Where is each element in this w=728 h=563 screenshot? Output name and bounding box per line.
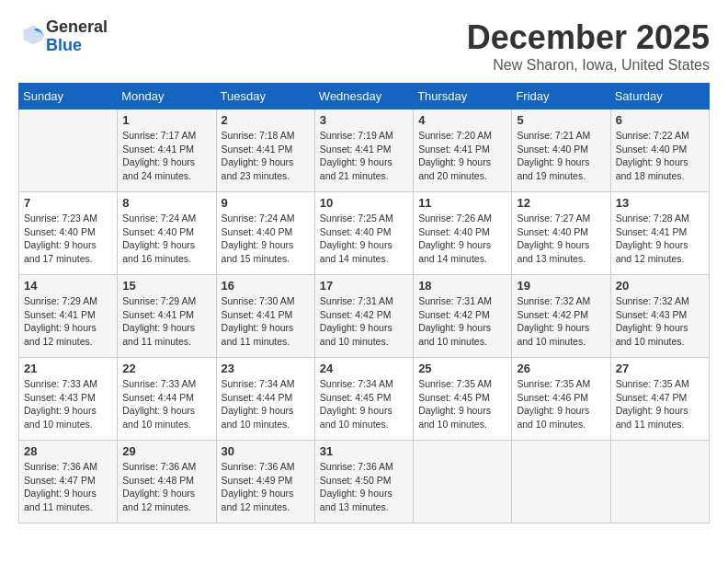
calendar-cell: 17Sunrise: 7:31 AMSunset: 4:42 PMDayligh…	[314, 275, 413, 358]
calendar-cell: 25Sunrise: 7:35 AMSunset: 4:45 PMDayligh…	[414, 358, 512, 441]
day-info: Sunrise: 7:29 AMSunset: 4:41 PMDaylight:…	[24, 294, 112, 349]
day-info: Sunrise: 7:36 AMSunset: 4:48 PMDaylight:…	[122, 460, 210, 514]
day-info: Sunrise: 7:33 AMSunset: 4:43 PMDaylight:…	[24, 377, 112, 431]
day-number: 23	[222, 362, 310, 375]
day-number: 1	[122, 113, 210, 127]
calendar-body: 1Sunrise: 7:17 AMSunset: 4:41 PMDaylight…	[19, 109, 710, 523]
calendar-cell: 3Sunrise: 7:19 AMSunset: 4:41 PMDaylight…	[314, 109, 413, 192]
weekday-header: Wednesday	[314, 84, 413, 109]
day-number: 29	[122, 444, 210, 458]
svg-marker-0	[24, 25, 43, 44]
day-number: 13	[616, 196, 704, 210]
calendar-cell: 24Sunrise: 7:34 AMSunset: 4:45 PMDayligh…	[314, 358, 413, 441]
calendar-cell: 29Sunrise: 7:36 AMSunset: 4:48 PMDayligh…	[118, 441, 216, 523]
day-info: Sunrise: 7:33 AMSunset: 4:44 PMDaylight:…	[122, 377, 210, 431]
location: New Sharon, Iowa, United States	[467, 57, 710, 74]
day-info: Sunrise: 7:32 AMSunset: 4:43 PMDaylight:…	[616, 294, 704, 349]
day-number: 4	[418, 113, 506, 127]
day-number: 9	[222, 196, 310, 210]
calendar-cell	[610, 441, 709, 523]
day-number: 27	[616, 362, 704, 375]
calendar-cell	[512, 441, 610, 523]
logo-icon	[20, 22, 46, 48]
day-number: 15	[122, 279, 210, 293]
day-info: Sunrise: 7:31 AMSunset: 4:42 PMDaylight:…	[418, 294, 506, 349]
weekday-header: Monday	[118, 84, 216, 109]
calendar-cell: 7Sunrise: 7:23 AMSunset: 4:40 PMDaylight…	[19, 192, 118, 275]
calendar-cell: 9Sunrise: 7:24 AMSunset: 4:40 PMDaylight…	[216, 192, 314, 275]
weekday-header: Thursday	[414, 84, 512, 109]
calendar-cell: 30Sunrise: 7:36 AMSunset: 4:49 PMDayligh…	[216, 441, 314, 523]
calendar-week-row: 21Sunrise: 7:33 AMSunset: 4:43 PMDayligh…	[19, 358, 710, 441]
calendar-cell: 16Sunrise: 7:30 AMSunset: 4:41 PMDayligh…	[216, 275, 314, 358]
day-info: Sunrise: 7:22 AMSunset: 4:40 PMDaylight:…	[616, 129, 704, 183]
day-info: Sunrise: 7:17 AMSunset: 4:41 PMDaylight:…	[122, 129, 210, 183]
weekday-header: Friday	[512, 84, 610, 109]
calendar-cell: 4Sunrise: 7:20 AMSunset: 4:41 PMDaylight…	[414, 109, 512, 192]
calendar-cell: 18Sunrise: 7:31 AMSunset: 4:42 PMDayligh…	[414, 275, 512, 358]
day-number: 8	[122, 196, 210, 210]
calendar-week-row: 1Sunrise: 7:17 AMSunset: 4:41 PMDaylight…	[19, 109, 710, 192]
calendar-week-row: 14Sunrise: 7:29 AMSunset: 4:41 PMDayligh…	[19, 275, 710, 358]
day-number: 19	[517, 279, 605, 293]
calendar-cell: 10Sunrise: 7:25 AMSunset: 4:40 PMDayligh…	[314, 192, 413, 275]
logo: General Blue	[18, 18, 108, 55]
day-info: Sunrise: 7:34 AMSunset: 4:45 PMDaylight:…	[320, 377, 408, 431]
day-info: Sunrise: 7:35 AMSunset: 4:45 PMDaylight:…	[418, 377, 506, 431]
calendar-cell	[414, 441, 512, 523]
day-info: Sunrise: 7:24 AMSunset: 4:40 PMDaylight:…	[122, 212, 210, 266]
day-number: 14	[24, 279, 112, 293]
day-number: 6	[616, 113, 704, 127]
logo-text: General Blue	[46, 18, 108, 55]
day-number: 30	[222, 444, 310, 458]
day-info: Sunrise: 7:30 AMSunset: 4:41 PMDaylight:…	[222, 294, 310, 349]
day-number: 20	[616, 279, 704, 293]
calendar-cell: 12Sunrise: 7:27 AMSunset: 4:40 PMDayligh…	[512, 192, 610, 275]
page-header: General Blue December 2025 New Sharon, I…	[18, 18, 710, 74]
day-info: Sunrise: 7:28 AMSunset: 4:41 PMDaylight:…	[616, 212, 704, 266]
day-number: 31	[320, 444, 408, 458]
day-number: 7	[24, 196, 112, 210]
calendar-cell: 28Sunrise: 7:36 AMSunset: 4:47 PMDayligh…	[19, 441, 118, 523]
day-number: 26	[517, 362, 605, 375]
day-number: 11	[418, 196, 506, 210]
calendar-cell: 27Sunrise: 7:35 AMSunset: 4:47 PMDayligh…	[610, 358, 709, 441]
day-info: Sunrise: 7:36 AMSunset: 4:47 PMDaylight:…	[24, 460, 112, 514]
day-number: 3	[320, 113, 408, 127]
weekday-header: Sunday	[19, 84, 118, 109]
day-number: 16	[222, 279, 310, 293]
calendar-cell: 31Sunrise: 7:36 AMSunset: 4:50 PMDayligh…	[314, 441, 413, 523]
day-info: Sunrise: 7:25 AMSunset: 4:40 PMDaylight:…	[320, 212, 408, 266]
day-info: Sunrise: 7:24 AMSunset: 4:40 PMDaylight:…	[222, 212, 310, 266]
calendar-cell: 19Sunrise: 7:32 AMSunset: 4:42 PMDayligh…	[512, 275, 610, 358]
day-number: 5	[517, 113, 605, 127]
calendar-cell: 2Sunrise: 7:18 AMSunset: 4:41 PMDaylight…	[216, 109, 314, 192]
day-info: Sunrise: 7:34 AMSunset: 4:44 PMDaylight:…	[222, 377, 310, 431]
calendar-cell: 8Sunrise: 7:24 AMSunset: 4:40 PMDaylight…	[118, 192, 216, 275]
calendar-cell: 23Sunrise: 7:34 AMSunset: 4:44 PMDayligh…	[216, 358, 314, 441]
day-number: 17	[320, 279, 408, 293]
day-number: 22	[122, 362, 210, 375]
calendar-cell: 11Sunrise: 7:26 AMSunset: 4:40 PMDayligh…	[414, 192, 512, 275]
day-info: Sunrise: 7:26 AMSunset: 4:40 PMDaylight:…	[418, 212, 506, 266]
month-title: December 2025	[467, 18, 710, 57]
weekday-header: Tuesday	[216, 84, 314, 109]
day-info: Sunrise: 7:36 AMSunset: 4:49 PMDaylight:…	[222, 460, 310, 514]
calendar-cell: 20Sunrise: 7:32 AMSunset: 4:43 PMDayligh…	[610, 275, 709, 358]
calendar-cell: 5Sunrise: 7:21 AMSunset: 4:40 PMDaylight…	[512, 109, 610, 192]
title-block: December 2025 New Sharon, Iowa, United S…	[467, 18, 710, 74]
calendar-cell	[19, 109, 118, 192]
day-number: 2	[222, 113, 310, 127]
day-info: Sunrise: 7:29 AMSunset: 4:41 PMDaylight:…	[122, 294, 210, 349]
calendar-week-row: 28Sunrise: 7:36 AMSunset: 4:47 PMDayligh…	[19, 441, 710, 523]
day-info: Sunrise: 7:31 AMSunset: 4:42 PMDaylight:…	[320, 294, 408, 349]
day-number: 10	[320, 196, 408, 210]
day-info: Sunrise: 7:36 AMSunset: 4:50 PMDaylight:…	[320, 460, 408, 514]
calendar-week-row: 7Sunrise: 7:23 AMSunset: 4:40 PMDaylight…	[19, 192, 710, 275]
weekday-row: SundayMondayTuesdayWednesdayThursdayFrid…	[19, 84, 710, 109]
calendar-table: SundayMondayTuesdayWednesdayThursdayFrid…	[18, 83, 710, 523]
day-info: Sunrise: 7:20 AMSunset: 4:41 PMDaylight:…	[418, 129, 506, 183]
calendar-cell: 21Sunrise: 7:33 AMSunset: 4:43 PMDayligh…	[19, 358, 118, 441]
weekday-header: Saturday	[610, 84, 709, 109]
day-info: Sunrise: 7:35 AMSunset: 4:46 PMDaylight:…	[517, 377, 605, 431]
